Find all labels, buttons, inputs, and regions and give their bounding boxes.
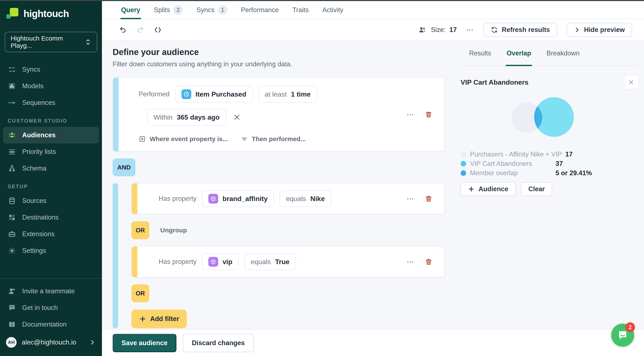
property-filter-card-brand-affinity: Has property brand_affinity equals Nike … — [131, 183, 445, 214]
sidebar-item-extensions[interactable]: Extensions — [0, 226, 102, 242]
sidebar-item-schema[interactable]: Schema — [0, 160, 102, 177]
sidebar-item-syncs[interactable]: Syncs — [0, 61, 102, 78]
tab-overlap[interactable]: Overlap — [506, 41, 531, 66]
operator-chip[interactable]: equals Nike — [280, 190, 331, 207]
sidebar-footer: Invite a teammate Get in touch Documenta… — [0, 278, 102, 352]
page-title: Define your audience — [112, 47, 452, 57]
sidebar-item-sources[interactable]: Sources — [0, 192, 102, 209]
or-operator-badge[interactable]: OR — [131, 284, 149, 302]
legend-swatch — [460, 170, 466, 176]
chat-icon — [8, 304, 16, 312]
grid-icon — [8, 213, 16, 222]
plus-icon — [468, 186, 475, 192]
plus-square-icon — [138, 135, 146, 142]
avatar: AH — [6, 337, 17, 348]
delete-property-filter-icon[interactable] — [425, 195, 432, 202]
or-row-2: OR — [131, 284, 445, 302]
sidebar-item-invite[interactable]: Invite a teammate — [0, 283, 102, 300]
event-card-more-menu[interactable]: ⋯ — [407, 110, 414, 119]
chat-bubble-icon — [617, 329, 628, 341]
refresh-results-button[interactable]: Refresh results — [484, 23, 557, 37]
legend-swatch — [460, 152, 466, 157]
tab-performance[interactable]: Performance — [241, 1, 279, 19]
sidebar-item-documentation[interactable]: Documentation — [0, 316, 102, 333]
event-card-strip — [113, 78, 118, 151]
tab-breakdown[interactable]: Breakdown — [546, 41, 580, 66]
schema-icon — [8, 164, 16, 173]
page-subtitle: Filter down customers using anything in … — [112, 60, 452, 68]
event-chip[interactable]: Item Purchased — [175, 86, 253, 102]
or-group-strip — [112, 183, 118, 328]
tab-syncs[interactable]: Syncs 1 — [196, 1, 227, 19]
clock-icon — [182, 89, 191, 99]
ungroup-button[interactable]: Ungroup — [160, 226, 187, 234]
frequency-chip[interactable]: at least 1 time — [258, 86, 317, 102]
sidebar-item-sequences[interactable]: Sequences — [0, 94, 102, 111]
cube-icon — [208, 194, 218, 204]
refresh-icon — [491, 26, 498, 34]
remove-window-icon[interactable] — [233, 114, 240, 121]
add-audience-button[interactable]: Audience — [460, 182, 516, 196]
briefcase-icon — [8, 230, 16, 238]
property-card-more-menu[interactable]: ⋯ — [407, 194, 414, 203]
sidebar-item-models[interactable]: Models — [0, 78, 102, 94]
toolbar-right: Size: 17 ⋯ Refresh results Hide preview — [418, 23, 632, 37]
brand: hightouch — [0, 1, 102, 20]
property-chip[interactable]: brand_affinity — [202, 190, 274, 207]
time-window-chip[interactable]: Within 365 days ago — [147, 109, 226, 126]
plus-icon — [139, 315, 146, 322]
discard-changes-button[interactable]: Discard changes — [183, 334, 254, 352]
clear-button[interactable]: Clear — [521, 182, 552, 196]
sequences-icon — [8, 98, 16, 107]
account-menu[interactable]: AH alec@hightouch.io — [0, 333, 102, 352]
property-card-more-menu[interactable]: ⋯ — [407, 258, 414, 266]
models-icon — [8, 82, 16, 90]
hide-preview-button[interactable]: Hide preview — [566, 23, 632, 37]
audience-size: Size: 17 — [418, 25, 457, 34]
tab-splits[interactable]: Splits 2 — [154, 1, 183, 19]
size-value: 17 — [450, 26, 457, 34]
compared-audience-title: VIP Cart Abandoners — [460, 78, 528, 86]
preview-tabs: Results Overlap Breakdown — [460, 41, 638, 66]
person-plus-icon — [8, 287, 16, 296]
delete-event-filter-icon[interactable] — [425, 111, 432, 118]
query-builder: Define your audience Filter down custome… — [102, 41, 452, 329]
and-operator-badge[interactable]: AND — [112, 158, 136, 176]
sidebar-item-destinations[interactable]: Destinations — [0, 209, 102, 226]
add-filter-button[interactable]: Add filter — [131, 310, 187, 328]
brand-name: hightouch — [24, 8, 69, 20]
priority-lists-icon — [8, 148, 16, 156]
chat-launcher-button[interactable]: 2 — [611, 324, 634, 346]
sidebar-item-audiences[interactable]: Audiences — [3, 127, 99, 144]
sidebar-divider — [0, 278, 102, 278]
or-operator-badge[interactable]: OR — [131, 221, 149, 239]
tab-results[interactable]: Results — [469, 41, 491, 66]
redo-icon[interactable] — [136, 25, 145, 34]
notification-badge: 2 — [625, 322, 635, 332]
then-performed-button[interactable]: Then performed... — [241, 135, 306, 142]
event-filter-card: Performed Item Purchased at least 1 time… — [112, 78, 445, 152]
sidebar-item-settings[interactable]: Settings — [0, 242, 102, 259]
sidebar-item-get-in-touch[interactable]: Get in touch — [0, 300, 102, 316]
delete-property-filter-icon[interactable] — [425, 258, 432, 266]
book-icon — [8, 320, 16, 329]
tab-activity[interactable]: Activity — [322, 1, 343, 19]
legend-row-right-audience: VIP Cart Abandoners 37 — [460, 159, 638, 168]
property-filter-card-vip: Has property vip equals True ⋯ — [131, 246, 445, 277]
tab-query[interactable]: Query — [121, 1, 140, 19]
property-chip[interactable]: vip — [202, 254, 238, 270]
database-icon — [8, 196, 16, 205]
undo-icon[interactable] — [118, 25, 128, 34]
action-footer: Save audience Discard changes — [102, 329, 644, 356]
tab-traits[interactable]: Traits — [292, 1, 308, 19]
save-audience-button[interactable]: Save audience — [112, 334, 176, 352]
close-icon[interactable] — [624, 76, 638, 89]
operator-chip[interactable]: equals True — [244, 254, 296, 270]
workspace-selector[interactable]: Hightouch Ecomm Playg... — [5, 32, 97, 52]
add-event-property-button[interactable]: Where event property is... — [138, 135, 228, 142]
toolbar-more-menu[interactable]: ⋯ — [466, 26, 474, 34]
legend-row-left-audience: Purchasers - Affinity Nike + VIP 17 — [460, 150, 638, 159]
code-view-icon[interactable] — [153, 25, 162, 34]
sidebar-item-priority-lists[interactable]: Priority lists — [0, 144, 102, 160]
section-setup: SETUP — [0, 180, 102, 192]
